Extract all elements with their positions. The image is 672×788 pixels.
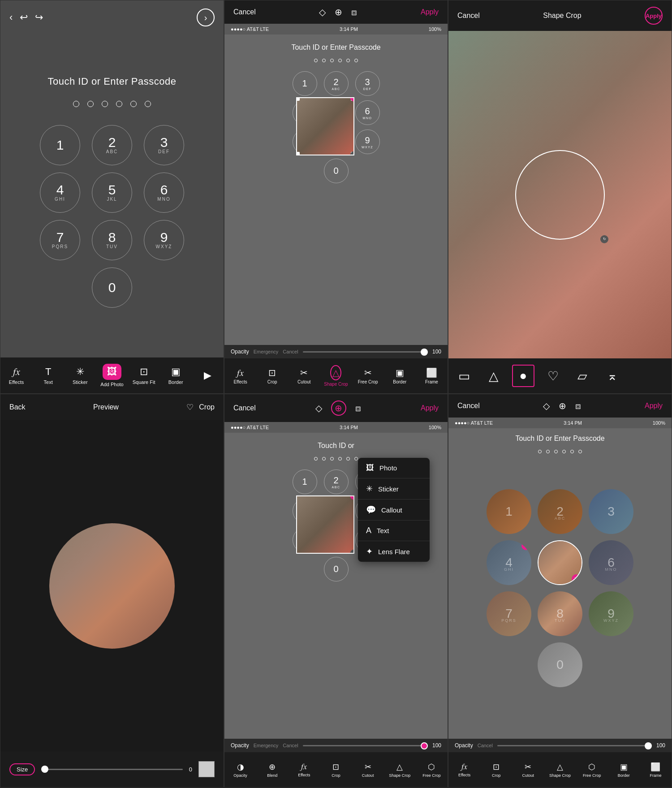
p5-eraser-icon[interactable]: ◇ — [315, 403, 322, 413]
add-menu-lens-flare[interactable]: ✦ Lens Flare — [358, 541, 430, 562]
plus-icon[interactable]: ⊕ — [335, 7, 342, 17]
toolbar-fx[interactable]: 𝑓𝑥 Effects — [0, 357, 32, 393]
p5-cutout-tool[interactable]: ✂ Cutout — [352, 752, 384, 787]
p5-effects-tool[interactable]: 𝑓𝑥 Effects — [288, 752, 320, 787]
apply-button[interactable]: Apply — [421, 8, 439, 16]
p6-crop-tool[interactable]: ⊡ Crop — [480, 752, 512, 787]
toolbar-text[interactable]: T Text — [32, 357, 64, 393]
circle-cell-5[interactable]: ↻ — [538, 540, 582, 585]
p5-placed-photo[interactable]: ✕ ↻ — [296, 495, 354, 554]
preview-crop-button[interactable]: Crop — [199, 403, 215, 411]
circle-cell-0[interactable]: 0 — [538, 642, 582, 687]
p5-k2[interactable]: 2ABC — [324, 469, 349, 494]
size-label-button[interactable]: Size — [9, 763, 35, 775]
etool-cutout[interactable]: ✂ Cutout — [288, 358, 320, 393]
toolbar-add-photo[interactable]: 🖼 Add Photo — [96, 357, 128, 393]
p5-opacity-slider[interactable] — [303, 745, 428, 746]
shape-heart[interactable]: ♡ — [542, 365, 564, 387]
toolbar-square-fit[interactable]: ⊡ Square Fit — [128, 357, 160, 393]
toolbar-sticker[interactable]: ✳ Sticker — [64, 357, 96, 393]
p5-plus-icon[interactable]: ⊕ — [335, 403, 342, 413]
p5-compare-icon[interactable]: ⧈ — [355, 403, 361, 413]
p6-plus-icon[interactable]: ⊕ — [559, 400, 566, 411]
shape-triangle[interactable]: △ — [482, 365, 505, 387]
shape-rectangle[interactable]: ▭ — [453, 365, 475, 387]
p5-crop-tool[interactable]: ⊡ Crop — [320, 752, 352, 787]
p5-shape-crop-tool[interactable]: △ Shape Crop — [384, 752, 416, 787]
shape-circle[interactable]: ● — [512, 365, 534, 387]
forward-button[interactable]: › — [197, 9, 215, 26]
p6-opacity-thumb[interactable] — [645, 742, 652, 749]
cancel-button[interactable]: Cancel — [233, 8, 256, 16]
pkey-2[interactable]: 2ABC — [324, 71, 349, 96]
add-menu-callout[interactable]: 💬 Callout — [358, 499, 430, 521]
etool-free-crop[interactable]: ✂ Free Crop — [352, 358, 384, 393]
back-button[interactable]: ‹ — [9, 12, 13, 23]
p6-opacity-slider[interactable] — [497, 745, 652, 746]
size-slider[interactable] — [41, 769, 182, 770]
panel5-cancel-button[interactable]: Cancel — [233, 404, 256, 412]
crop-rotate-handle[interactable]: ↻ — [600, 235, 608, 243]
compare-icon[interactable]: ⧈ — [351, 7, 357, 17]
eraser-icon[interactable]: ◇ — [319, 7, 326, 17]
opacity-slider[interactable] — [303, 351, 428, 353]
panel5-apply-button[interactable]: Apply — [421, 404, 439, 412]
shape-parallelogram[interactable]: ▱ — [571, 365, 594, 387]
etool-border[interactable]: ▣ Border — [384, 358, 416, 393]
p5-opacity-tool[interactable]: ◑ Opacity — [224, 752, 256, 787]
toolbar-border[interactable]: ▣ Border — [160, 357, 192, 393]
key-2[interactable]: 2ABC — [92, 125, 132, 165]
shape-cancel-button[interactable]: Cancel — [457, 12, 480, 20]
key-7[interactable]: 7PQRS — [40, 220, 80, 260]
shape-apply-button[interactable]: Apply — [645, 7, 663, 25]
add-menu-text[interactable]: A Text — [358, 521, 430, 541]
etool-frame[interactable]: ⬜ Frame — [416, 358, 448, 393]
handle-bl[interactable] — [296, 152, 300, 155]
handle-tl[interactable] — [296, 97, 300, 101]
pkey-1[interactable]: 1 — [293, 71, 317, 96]
size-thumb[interactable] — [41, 766, 48, 773]
add-menu-photo[interactable]: 🖼 Photo — [358, 458, 430, 478]
key-4[interactable]: 4GHI — [40, 172, 80, 213]
p5-free-crop-tool[interactable]: ⬡ Free Crop — [416, 752, 448, 787]
p6-cutout-tool[interactable]: ✂ Cutout — [512, 752, 544, 787]
placed-photo[interactable]: ✕ ↻ — [296, 97, 354, 155]
pkey-6[interactable]: 6MNO — [355, 100, 380, 125]
key-6[interactable]: 6MNO — [144, 172, 184, 213]
p6-free-crop-tool[interactable]: ⬡ Free Crop — [576, 752, 608, 787]
p6-eraser-icon[interactable]: ◇ — [543, 400, 550, 411]
key-0[interactable]: 0 — [92, 267, 132, 308]
shape-arrow[interactable]: ⌅ — [601, 365, 623, 387]
redo-button[interactable]: ↪ — [35, 12, 43, 23]
etool-crop[interactable]: ⊡ Crop — [256, 358, 288, 393]
panel6-cancel-button[interactable]: Cancel — [457, 402, 480, 410]
key-3[interactable]: 3DEF — [144, 125, 184, 165]
p6-border-tool[interactable]: ▣ Border — [608, 752, 640, 787]
etool-shape-crop[interactable]: △ Shape Crop — [320, 358, 352, 393]
pkey-9[interactable]: 9WXYZ — [355, 129, 380, 154]
toolbar-more[interactable]: ▶ — [192, 357, 224, 393]
pkey-0[interactable]: 0 — [324, 159, 349, 183]
key-8[interactable]: 8TUV — [92, 220, 132, 260]
undo-button[interactable]: ↩ — [20, 12, 28, 23]
preview-heart-icon[interactable]: ♡ — [186, 402, 194, 412]
p6-effects-tool[interactable]: 𝑓𝑥 Effects — [448, 752, 480, 787]
p6-frame-tool[interactable]: ⬜ Frame — [640, 752, 672, 787]
circle-crop-overlay[interactable]: ↻ — [515, 150, 605, 240]
key-5[interactable]: 5JKL — [92, 172, 132, 213]
etool-effects[interactable]: 𝑓𝑥 Effects — [224, 358, 256, 393]
p5-add-highlight[interactable]: ⊕ — [331, 400, 346, 416]
color-swatch[interactable] — [198, 761, 215, 777]
key-9[interactable]: 9WXYZ — [144, 220, 184, 260]
p5-blend-tool[interactable]: ⊕ Blend — [256, 752, 288, 787]
p6-shape-crop-tool[interactable]: △ Shape Crop — [544, 752, 576, 787]
preview-back-button[interactable]: Back — [9, 403, 26, 411]
pkey-3[interactable]: 3DEF — [355, 71, 380, 96]
opacity-thumb[interactable] — [421, 349, 428, 356]
p6-compare-icon[interactable]: ⧈ — [575, 401, 581, 411]
key-1[interactable]: 1 — [40, 125, 80, 165]
add-menu-sticker[interactable]: ✳ Sticker — [358, 478, 430, 499]
p5-k1[interactable]: 1 — [293, 469, 317, 494]
p5-k0[interactable]: 0 — [324, 557, 349, 581]
p5-opacity-thumb[interactable] — [421, 742, 428, 749]
